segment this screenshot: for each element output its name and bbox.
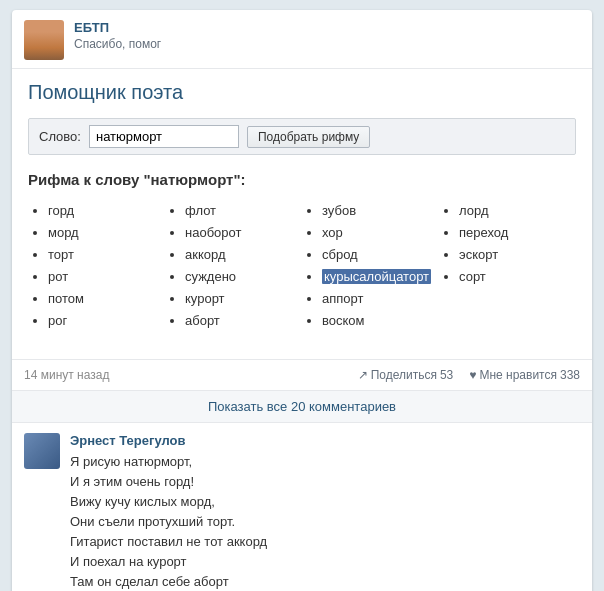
list-item: морд xyxy=(48,222,161,244)
post-stats: ↗ Поделиться 53 ♥ Мне нравится 338 xyxy=(358,368,580,382)
comment-item: Эрнест Терегулов Я рисую натюрморт, И я … xyxy=(12,423,592,591)
comment-body: Эрнест Терегулов Я рисую натюрморт, И я … xyxy=(70,433,580,591)
rhyme-highlight: курысалойцаторт xyxy=(322,269,431,284)
rhyme-title: Рифма к слову "натюрморт": xyxy=(28,171,576,188)
list-item: эскорт xyxy=(459,244,572,266)
list-item: горд xyxy=(48,200,161,222)
list-item: хор xyxy=(322,222,435,244)
rhyme-col-4: лорд переход эскорт сорт xyxy=(439,200,576,333)
comment-text: Я рисую натюрморт, И я этим очень горд! … xyxy=(70,452,580,591)
rhyme-col-2: флот наоборот аккорд суждено курорт абор… xyxy=(165,200,302,333)
list-item: аппорт xyxy=(322,288,435,310)
list-item: флот xyxy=(185,200,298,222)
comment-avatar xyxy=(24,433,60,469)
list-item: воском xyxy=(322,310,435,332)
list-item: сброд xyxy=(322,244,435,266)
list-item: аборт xyxy=(185,310,298,332)
like-stat[interactable]: ♥ Мне нравится 338 xyxy=(469,368,580,382)
list-item: курысалойцаторт xyxy=(322,266,435,288)
like-label: Мне нравится xyxy=(479,368,557,382)
post-meta: ЕБТП Спасибо, помог xyxy=(74,20,161,51)
rhyme-columns: горд морд торт рот потом рог флот наобор… xyxy=(28,200,576,333)
rhyme-col-1: горд морд торт рот потом рог xyxy=(28,200,165,333)
list-item: суждено xyxy=(185,266,298,288)
list-item: рот xyxy=(48,266,161,288)
list-item: лорд xyxy=(459,200,572,222)
post-header: ЕБТП Спасибо, помог xyxy=(12,10,592,69)
search-input[interactable] xyxy=(89,125,239,148)
share-icon: ↗ xyxy=(358,368,368,382)
list-item: аккорд xyxy=(185,244,298,266)
post-footer: 14 минут назад ↗ Поделиться 53 ♥ Мне нра… xyxy=(12,359,592,390)
main-card: ЕБТП Спасибо, помог Помощник поэта Слово… xyxy=(12,10,592,591)
app-title: Помощник поэта xyxy=(28,81,576,104)
content-area: Помощник поэта Слово: Подобрать рифму Ри… xyxy=(12,69,592,359)
list-item: зубов xyxy=(322,200,435,222)
rhyme-col-3: зубов хор сброд курысалойцаторт аппорт в… xyxy=(302,200,439,333)
list-item: сорт xyxy=(459,266,572,288)
list-item: наоборот xyxy=(185,222,298,244)
post-username[interactable]: ЕБТП xyxy=(74,20,161,35)
search-row: Слово: Подобрать рифму xyxy=(28,118,576,155)
list-item: рог xyxy=(48,310,161,332)
search-label: Слово: xyxy=(39,129,81,144)
comment-username[interactable]: Эрнест Терегулов xyxy=(70,433,580,448)
list-item: курорт xyxy=(185,288,298,310)
list-item: торт xyxy=(48,244,161,266)
share-label: Поделиться xyxy=(371,368,437,382)
comments-section: Показать все 20 комментариев Эрнест Тере… xyxy=(12,390,592,591)
show-comments-button[interactable]: Показать все 20 комментариев xyxy=(12,391,592,423)
share-stat[interactable]: ↗ Поделиться 53 xyxy=(358,368,454,382)
like-count: 338 xyxy=(560,368,580,382)
list-item: потом xyxy=(48,288,161,310)
search-button[interactable]: Подобрать рифму xyxy=(247,126,370,148)
list-item: переход xyxy=(459,222,572,244)
avatar xyxy=(24,20,64,60)
post-subtitle: Спасибо, помог xyxy=(74,37,161,51)
post-time: 14 минут назад xyxy=(24,368,358,382)
like-icon: ♥ xyxy=(469,368,476,382)
share-count: 53 xyxy=(440,368,453,382)
